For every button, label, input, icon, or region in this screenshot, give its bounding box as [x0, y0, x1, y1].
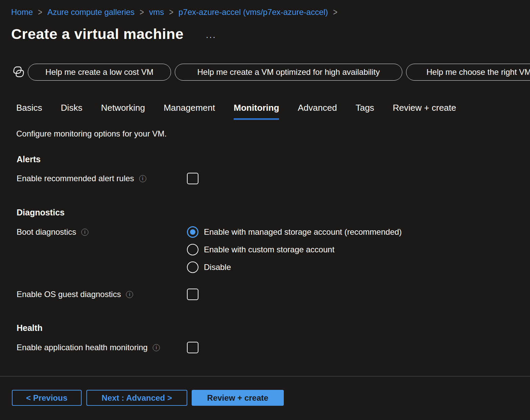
- recommended-alert-rules-label: Enable recommended alert rules i: [17, 174, 146, 183]
- radio-label: Disable: [204, 262, 231, 272]
- application-health-monitoring-label: Enable application health monitoring i: [17, 343, 160, 352]
- application-health-monitoring-label-text: Enable application health monitoring: [17, 343, 148, 352]
- radio-label: Enable with managed storage account (rec…: [204, 227, 402, 237]
- next-advanced-button[interactable]: Next : Advanced >: [86, 390, 187, 406]
- help-high-availability-vm-button[interactable]: Help me create a VM optimized for high a…: [175, 64, 402, 81]
- radio-enable-custom-storage[interactable]: Enable with custom storage account: [187, 244, 402, 255]
- chevron-right-icon: >: [38, 7, 42, 18]
- os-guest-diagnostics-label: Enable OS guest diagnostics i: [17, 290, 133, 299]
- copilot-icon: [12, 65, 26, 79]
- boot-diagnostics-label-text: Boot diagnostics: [17, 227, 76, 237]
- breadcrumb: Home > Azure compute galleries > vms > p…: [11, 7, 337, 17]
- info-icon[interactable]: i: [153, 344, 160, 351]
- radio-disable[interactable]: Disable: [187, 261, 402, 273]
- health-heading: Health: [17, 323, 42, 333]
- recommended-alert-rules-row: Enable recommended alert rules i: [17, 173, 146, 184]
- help-low-cost-vm-button[interactable]: Help me create a low cost VM: [28, 64, 171, 81]
- chevron-right-icon: >: [140, 7, 144, 18]
- breadcrumb-vms[interactable]: vms: [149, 7, 164, 17]
- boot-diagnostics-radio-group: Enable with managed storage account (rec…: [187, 226, 402, 279]
- recommended-alert-rules-label-text: Enable recommended alert rules: [17, 174, 134, 183]
- tab-review-create[interactable]: Review + create: [393, 103, 456, 120]
- radio-button-icon: [187, 226, 198, 238]
- boot-diagnostics-label: Boot diagnostics i: [17, 227, 88, 237]
- breadcrumb-home[interactable]: Home: [11, 7, 33, 17]
- tab-tags[interactable]: Tags: [356, 103, 374, 120]
- info-icon[interactable]: i: [81, 229, 88, 236]
- tab-basics[interactable]: Basics: [16, 103, 42, 120]
- radio-button-icon: [187, 244, 198, 255]
- breadcrumb-p7ex-azure-accel[interactable]: p7ex-azure-accel (vms/p7ex-azure-accel): [178, 7, 328, 17]
- tab-networking[interactable]: Networking: [101, 103, 145, 120]
- tab-advanced[interactable]: Advanced: [298, 103, 337, 120]
- os-guest-diagnostics-row: Enable OS guest diagnostics i: [17, 289, 133, 300]
- os-guest-diagnostics-label-text: Enable OS guest diagnostics: [17, 290, 121, 299]
- application-health-monitoring-row: Enable application health monitoring i: [17, 342, 160, 353]
- diagnostics-heading: Diagnostics: [17, 208, 65, 217]
- radio-enable-managed-storage[interactable]: Enable with managed storage account (rec…: [187, 226, 402, 238]
- info-icon[interactable]: i: [126, 291, 133, 298]
- previous-button[interactable]: < Previous: [12, 390, 82, 406]
- application-health-monitoring-checkbox[interactable]: [187, 342, 198, 353]
- more-menu-icon[interactable]: ...: [206, 30, 216, 40]
- radio-button-icon: [187, 261, 198, 273]
- tab-management[interactable]: Management: [164, 103, 215, 120]
- recommended-alert-rules-checkbox[interactable]: [187, 173, 198, 184]
- tab-disks[interactable]: Disks: [61, 103, 83, 120]
- alerts-heading: Alerts: [17, 154, 41, 164]
- monitoring-description: Configure monitoring options for your VM…: [16, 129, 167, 139]
- info-icon[interactable]: i: [139, 175, 146, 182]
- chevron-right-icon: >: [169, 7, 173, 18]
- radio-label: Enable with custom storage account: [204, 245, 335, 254]
- footer-divider: [0, 376, 530, 377]
- help-choose-right-vm-button[interactable]: Help me choose the right VM: [406, 64, 530, 81]
- breadcrumb-azure-compute-galleries[interactable]: Azure compute galleries: [47, 7, 134, 17]
- chevron-right-icon: >: [333, 7, 338, 18]
- review-create-button[interactable]: Review + create: [192, 390, 284, 406]
- page-title: Create a virtual machine: [11, 26, 184, 42]
- tab-monitoring[interactable]: Monitoring: [234, 103, 279, 120]
- boot-diagnostics-row: Boot diagnostics i: [17, 226, 88, 238]
- wizard-tabs: Basics Disks Networking Management Monit…: [16, 103, 456, 120]
- os-guest-diagnostics-checkbox[interactable]: [187, 289, 198, 300]
